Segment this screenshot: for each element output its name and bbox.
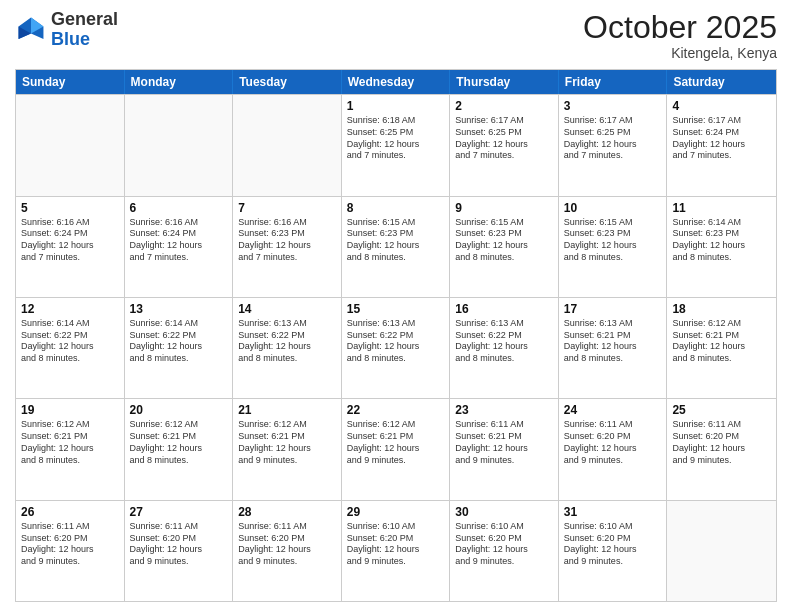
calendar-week-2: 5Sunrise: 6:16 AMSunset: 6:24 PMDaylight… <box>16 196 776 297</box>
calendar-day-30: 30Sunrise: 6:10 AMSunset: 6:20 PMDayligh… <box>450 501 559 601</box>
day-number: 20 <box>130 402 228 418</box>
day-number: 23 <box>455 402 553 418</box>
day-info: Sunrise: 6:11 AMSunset: 6:20 PMDaylight:… <box>672 419 771 466</box>
header-day-sunday: Sunday <box>16 70 125 94</box>
day-info: Sunrise: 6:11 AMSunset: 6:20 PMDaylight:… <box>21 521 119 568</box>
day-number: 22 <box>347 402 445 418</box>
calendar-week-1: 1Sunrise: 6:18 AMSunset: 6:25 PMDaylight… <box>16 94 776 195</box>
calendar-day-14: 14Sunrise: 6:13 AMSunset: 6:22 PMDayligh… <box>233 298 342 398</box>
day-info: Sunrise: 6:12 AMSunset: 6:21 PMDaylight:… <box>347 419 445 466</box>
day-info: Sunrise: 6:13 AMSunset: 6:22 PMDaylight:… <box>455 318 553 365</box>
calendar-day-21: 21Sunrise: 6:12 AMSunset: 6:21 PMDayligh… <box>233 399 342 499</box>
day-number: 29 <box>347 504 445 520</box>
calendar-day-19: 19Sunrise: 6:12 AMSunset: 6:21 PMDayligh… <box>16 399 125 499</box>
day-info: Sunrise: 6:13 AMSunset: 6:22 PMDaylight:… <box>347 318 445 365</box>
day-info: Sunrise: 6:16 AMSunset: 6:24 PMDaylight:… <box>21 217 119 264</box>
day-info: Sunrise: 6:12 AMSunset: 6:21 PMDaylight:… <box>130 419 228 466</box>
day-info: Sunrise: 6:14 AMSunset: 6:22 PMDaylight:… <box>130 318 228 365</box>
header-day-friday: Friday <box>559 70 668 94</box>
day-number: 25 <box>672 402 771 418</box>
day-number: 10 <box>564 200 662 216</box>
day-info: Sunrise: 6:10 AMSunset: 6:20 PMDaylight:… <box>455 521 553 568</box>
day-info: Sunrise: 6:10 AMSunset: 6:20 PMDaylight:… <box>347 521 445 568</box>
day-info: Sunrise: 6:15 AMSunset: 6:23 PMDaylight:… <box>564 217 662 264</box>
calendar-day-27: 27Sunrise: 6:11 AMSunset: 6:20 PMDayligh… <box>125 501 234 601</box>
calendar-empty-cell <box>16 95 125 195</box>
day-number: 15 <box>347 301 445 317</box>
day-number: 12 <box>21 301 119 317</box>
day-number: 8 <box>347 200 445 216</box>
day-info: Sunrise: 6:11 AMSunset: 6:21 PMDaylight:… <box>455 419 553 466</box>
day-number: 7 <box>238 200 336 216</box>
day-number: 13 <box>130 301 228 317</box>
day-number: 18 <box>672 301 771 317</box>
logo-icon <box>15 14 47 46</box>
day-number: 1 <box>347 98 445 114</box>
logo-text: General Blue <box>51 10 118 50</box>
calendar-day-20: 20Sunrise: 6:12 AMSunset: 6:21 PMDayligh… <box>125 399 234 499</box>
header-day-thursday: Thursday <box>450 70 559 94</box>
header-day-monday: Monday <box>125 70 234 94</box>
calendar-day-26: 26Sunrise: 6:11 AMSunset: 6:20 PMDayligh… <box>16 501 125 601</box>
calendar-day-9: 9Sunrise: 6:15 AMSunset: 6:23 PMDaylight… <box>450 197 559 297</box>
day-number: 24 <box>564 402 662 418</box>
calendar-day-4: 4Sunrise: 6:17 AMSunset: 6:24 PMDaylight… <box>667 95 776 195</box>
day-number: 2 <box>455 98 553 114</box>
day-number: 31 <box>564 504 662 520</box>
logo-general: General <box>51 9 118 29</box>
day-number: 16 <box>455 301 553 317</box>
day-info: Sunrise: 6:17 AMSunset: 6:24 PMDaylight:… <box>672 115 771 162</box>
calendar-day-16: 16Sunrise: 6:13 AMSunset: 6:22 PMDayligh… <box>450 298 559 398</box>
calendar-day-10: 10Sunrise: 6:15 AMSunset: 6:23 PMDayligh… <box>559 197 668 297</box>
calendar-day-5: 5Sunrise: 6:16 AMSunset: 6:24 PMDaylight… <box>16 197 125 297</box>
logo-blue: Blue <box>51 29 90 49</box>
day-info: Sunrise: 6:13 AMSunset: 6:22 PMDaylight:… <box>238 318 336 365</box>
day-number: 17 <box>564 301 662 317</box>
title-block: October 2025 Kitengela, Kenya <box>583 10 777 61</box>
calendar-day-31: 31Sunrise: 6:10 AMSunset: 6:20 PMDayligh… <box>559 501 668 601</box>
day-info: Sunrise: 6:17 AMSunset: 6:25 PMDaylight:… <box>455 115 553 162</box>
calendar-day-7: 7Sunrise: 6:16 AMSunset: 6:23 PMDaylight… <box>233 197 342 297</box>
calendar-day-25: 25Sunrise: 6:11 AMSunset: 6:20 PMDayligh… <box>667 399 776 499</box>
calendar-day-13: 13Sunrise: 6:14 AMSunset: 6:22 PMDayligh… <box>125 298 234 398</box>
calendar-day-8: 8Sunrise: 6:15 AMSunset: 6:23 PMDaylight… <box>342 197 451 297</box>
header-day-saturday: Saturday <box>667 70 776 94</box>
day-info: Sunrise: 6:14 AMSunset: 6:23 PMDaylight:… <box>672 217 771 264</box>
calendar-day-18: 18Sunrise: 6:12 AMSunset: 6:21 PMDayligh… <box>667 298 776 398</box>
calendar-day-11: 11Sunrise: 6:14 AMSunset: 6:23 PMDayligh… <box>667 197 776 297</box>
calendar-week-3: 12Sunrise: 6:14 AMSunset: 6:22 PMDayligh… <box>16 297 776 398</box>
day-number: 4 <box>672 98 771 114</box>
day-number: 27 <box>130 504 228 520</box>
calendar-day-3: 3Sunrise: 6:17 AMSunset: 6:25 PMDaylight… <box>559 95 668 195</box>
day-info: Sunrise: 6:17 AMSunset: 6:25 PMDaylight:… <box>564 115 662 162</box>
day-number: 3 <box>564 98 662 114</box>
calendar-day-24: 24Sunrise: 6:11 AMSunset: 6:20 PMDayligh… <box>559 399 668 499</box>
day-info: Sunrise: 6:12 AMSunset: 6:21 PMDaylight:… <box>21 419 119 466</box>
day-info: Sunrise: 6:15 AMSunset: 6:23 PMDaylight:… <box>455 217 553 264</box>
day-info: Sunrise: 6:16 AMSunset: 6:24 PMDaylight:… <box>130 217 228 264</box>
calendar: SundayMondayTuesdayWednesdayThursdayFrid… <box>15 69 777 602</box>
day-info: Sunrise: 6:11 AMSunset: 6:20 PMDaylight:… <box>130 521 228 568</box>
header: General Blue October 2025 Kitengela, Ken… <box>15 10 777 61</box>
calendar-day-1: 1Sunrise: 6:18 AMSunset: 6:25 PMDaylight… <box>342 95 451 195</box>
day-number: 30 <box>455 504 553 520</box>
day-info: Sunrise: 6:12 AMSunset: 6:21 PMDaylight:… <box>238 419 336 466</box>
logo: General Blue <box>15 10 118 50</box>
calendar-empty-cell <box>667 501 776 601</box>
day-number: 26 <box>21 504 119 520</box>
day-info: Sunrise: 6:11 AMSunset: 6:20 PMDaylight:… <box>238 521 336 568</box>
calendar-day-29: 29Sunrise: 6:10 AMSunset: 6:20 PMDayligh… <box>342 501 451 601</box>
calendar-day-22: 22Sunrise: 6:12 AMSunset: 6:21 PMDayligh… <box>342 399 451 499</box>
header-day-tuesday: Tuesday <box>233 70 342 94</box>
day-info: Sunrise: 6:16 AMSunset: 6:23 PMDaylight:… <box>238 217 336 264</box>
calendar-day-15: 15Sunrise: 6:13 AMSunset: 6:22 PMDayligh… <box>342 298 451 398</box>
page: General Blue October 2025 Kitengela, Ken… <box>0 0 792 612</box>
calendar-empty-cell <box>125 95 234 195</box>
calendar-body: 1Sunrise: 6:18 AMSunset: 6:25 PMDaylight… <box>16 94 776 601</box>
day-number: 5 <box>21 200 119 216</box>
day-number: 14 <box>238 301 336 317</box>
day-info: Sunrise: 6:10 AMSunset: 6:20 PMDaylight:… <box>564 521 662 568</box>
calendar-day-12: 12Sunrise: 6:14 AMSunset: 6:22 PMDayligh… <box>16 298 125 398</box>
day-info: Sunrise: 6:15 AMSunset: 6:23 PMDaylight:… <box>347 217 445 264</box>
day-info: Sunrise: 6:18 AMSunset: 6:25 PMDaylight:… <box>347 115 445 162</box>
